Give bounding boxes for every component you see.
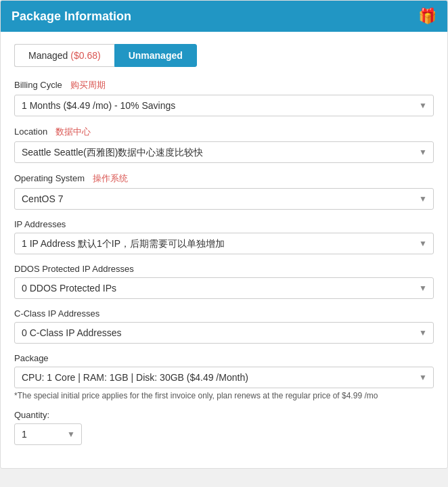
managed-label: Managed bbox=[28, 50, 68, 61]
ip-group: IP Addresses 1 IP Address 默认1个IP，后期需要可以单… bbox=[14, 219, 434, 254]
managed-price: ($0.68) bbox=[70, 50, 100, 61]
package-label-row: Package bbox=[14, 353, 434, 363]
ddos-label-row: DDOS Protected IP Addresses bbox=[14, 264, 434, 274]
card-body: Managed ($0.68) Unmanaged Billing Cycle … bbox=[1, 32, 447, 468]
managed-button[interactable]: Managed ($0.68) bbox=[14, 44, 114, 67]
cclass-select[interactable]: 0 C-Class IP Addresses 1 C-Class IP Addr… bbox=[14, 322, 434, 344]
os-select[interactable]: CentOS 7 CentOS 8 Ubuntu 18.04 Ubuntu 20… bbox=[14, 188, 434, 210]
billing-cycle-group: Billing Cycle 购买周期 1 Months ($4.49 /mo) … bbox=[14, 79, 434, 116]
unmanaged-label: Unmanaged bbox=[129, 50, 183, 61]
cclass-label-row: C-Class IP Addresses bbox=[14, 308, 434, 319]
package-icon: 🎁 bbox=[418, 7, 436, 25]
card-title: Package Information bbox=[12, 9, 131, 24]
location-label: Location bbox=[14, 126, 47, 137]
quantity-select-wrapper: 1 2 3 4 5 ▼ bbox=[14, 423, 82, 445]
package-select-wrapper: CPU: 1 Core | RAM: 1GB | Disk: 30GB ($4.… bbox=[14, 367, 434, 388]
location-group: Location 数据中心 Seattle Seattle(西雅图)数据中心速度… bbox=[14, 126, 434, 163]
quantity-label: Quantity: bbox=[14, 410, 434, 420]
package-footnote: *The special initial price applies for t… bbox=[14, 391, 434, 400]
billing-cycle-label: Billing Cycle bbox=[14, 80, 62, 90]
package-label: Package bbox=[14, 353, 49, 363]
ddos-select[interactable]: 0 DDOS Protected IPs 1 DDOS Protected IP… bbox=[14, 277, 434, 299]
card-header: Package Information 🎁 bbox=[1, 1, 447, 32]
ddos-label: DDOS Protected IP Addresses bbox=[14, 264, 134, 274]
location-label-row: Location 数据中心 bbox=[14, 126, 434, 138]
ip-label: IP Addresses bbox=[14, 219, 66, 229]
billing-cycle-hint: 购买周期 bbox=[70, 79, 106, 91]
os-label-row: Operating System 操作系统 bbox=[14, 172, 434, 185]
cclass-label: C-Class IP Addresses bbox=[14, 308, 99, 319]
toggle-group: Managed ($0.68) Unmanaged bbox=[14, 44, 434, 67]
package-select[interactable]: CPU: 1 Core | RAM: 1GB | Disk: 30GB ($4.… bbox=[14, 367, 434, 388]
location-hint: 数据中心 bbox=[55, 126, 91, 138]
unmanaged-button[interactable]: Unmanaged bbox=[114, 44, 197, 67]
billing-cycle-select-wrapper: 1 Months ($4.49 /mo) - 10% Savings 3 Mon… bbox=[14, 95, 434, 116]
os-label: Operating System bbox=[14, 173, 85, 183]
billing-cycle-select[interactable]: 1 Months ($4.49 /mo) - 10% Savings 3 Mon… bbox=[14, 95, 434, 116]
package-information-card: Package Information 🎁 Managed ($0.68) Un… bbox=[0, 0, 448, 469]
os-select-wrapper: CentOS 7 CentOS 8 Ubuntu 18.04 Ubuntu 20… bbox=[14, 188, 434, 210]
cclass-group: C-Class IP Addresses 0 C-Class IP Addres… bbox=[14, 308, 434, 344]
location-select[interactable]: Seattle Seattle(西雅图)数据中心速度比较快 Dallas New… bbox=[14, 141, 434, 163]
ip-select[interactable]: 1 IP Address 默认1个IP，后期需要可以单独增加 2 IP Addr… bbox=[14, 233, 434, 254]
ip-label-row: IP Addresses bbox=[14, 219, 434, 229]
billing-cycle-label-row: Billing Cycle 购买周期 bbox=[14, 79, 434, 91]
os-group: Operating System 操作系统 CentOS 7 CentOS 8 … bbox=[14, 172, 434, 210]
ip-select-wrapper: 1 IP Address 默认1个IP，后期需要可以单独增加 2 IP Addr… bbox=[14, 233, 434, 254]
quantity-select[interactable]: 1 2 3 4 5 bbox=[14, 423, 82, 445]
ddos-select-wrapper: 0 DDOS Protected IPs 1 DDOS Protected IP… bbox=[14, 277, 434, 299]
location-select-wrapper: Seattle Seattle(西雅图)数据中心速度比较快 Dallas New… bbox=[14, 141, 434, 163]
quantity-group: Quantity: 1 2 3 4 5 ▼ bbox=[14, 410, 434, 445]
cclass-select-wrapper: 0 C-Class IP Addresses 1 C-Class IP Addr… bbox=[14, 322, 434, 344]
package-group: Package CPU: 1 Core | RAM: 1GB | Disk: 3… bbox=[14, 353, 434, 400]
ddos-group: DDOS Protected IP Addresses 0 DDOS Prote… bbox=[14, 264, 434, 299]
os-hint: 操作系统 bbox=[93, 172, 128, 185]
